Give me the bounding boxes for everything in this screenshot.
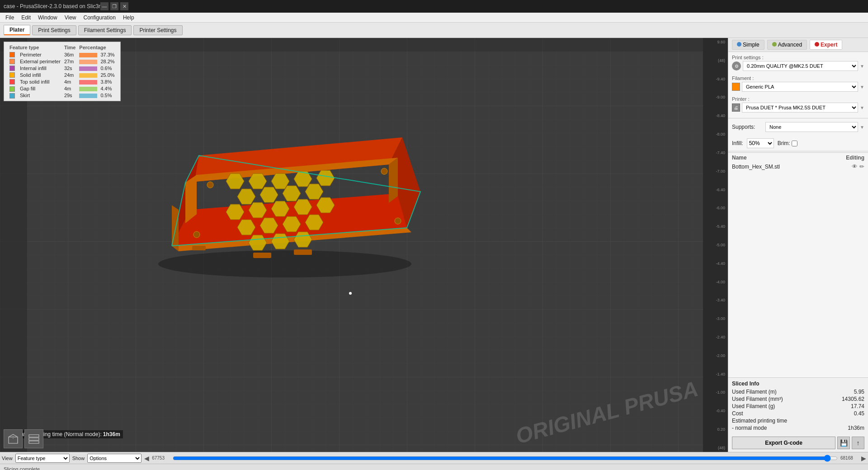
- feature-time: 24m: [62, 71, 77, 78]
- object-list-item: Bottom_Hex_SM.stl 👁 ✏: [732, 162, 864, 171]
- expert-mode-button[interactable]: Expert: [810, 40, 842, 50]
- mode-buttons: Simple Advanced Expert: [728, 38, 868, 52]
- feature-time: 4m: [62, 85, 77, 92]
- sliced-info-value: 17.74: [851, 403, 864, 409]
- svg-rect-36: [29, 435, 39, 437]
- show-dropdown[interactable]: Options: [87, 454, 142, 463]
- feature-row: Perimeter 36m 37.3%: [8, 51, 117, 58]
- supports-label: Supports:: [732, 124, 764, 130]
- filament-dropdown[interactable]: Generic PLA: [742, 82, 858, 92]
- ruler-mark: -6.40: [704, 188, 727, 192]
- print-settings-dropdown[interactable]: 0.20mm QUALITY @MK2.5 DUET: [743, 61, 858, 71]
- sd-card-button[interactable]: 💾: [837, 437, 850, 449]
- feature-pct: 0.5%: [77, 92, 116, 99]
- svg-rect-32: [294, 249, 312, 255]
- view-dropdown[interactable]: Feature type: [15, 454, 70, 463]
- sliced-info-label: - normal mode: [732, 425, 767, 431]
- ruler-mark: -9.00: [704, 95, 727, 99]
- feature-time: 29s: [62, 92, 77, 99]
- brim-checkbox[interactable]: [792, 141, 797, 146]
- infill-label: Infill:: [732, 140, 743, 146]
- object-edit-icon[interactable]: ✏: [859, 163, 864, 170]
- svg-point-27: [207, 182, 213, 188]
- sliced-info-label: Estimated printing time: [732, 418, 787, 424]
- sliced-info-value: 5.95: [854, 389, 864, 395]
- ruler-mark: -5.40: [704, 224, 727, 229]
- view-controls-bar: View Feature type Show Options ◀ 67753 6…: [0, 452, 868, 464]
- menu-edit[interactable]: Edit: [18, 14, 34, 22]
- right-panel: Simple Advanced Expert Print settings : …: [728, 38, 868, 452]
- spacer: [728, 173, 868, 263]
- sliced-info-row: Cost 0.45: [732, 410, 864, 417]
- restore-button[interactable]: ❐: [110, 2, 118, 10]
- object-rows: Bottom_Hex_SM.stl 👁 ✏: [732, 162, 864, 171]
- layer-view-button[interactable]: [24, 429, 43, 448]
- feature-row: Gap fill 4m 4.4%: [8, 85, 117, 92]
- feature-pct: 37.3%: [77, 51, 116, 58]
- tab-print-settings[interactable]: Print Settings: [32, 25, 76, 35]
- sliced-info-label: Used Filament (mm³): [732, 396, 783, 402]
- editing-column-header: Editing: [842, 155, 864, 161]
- svg-marker-12: [260, 187, 278, 202]
- printer-dropdown[interactable]: Prusa DUET * Prusa MK2.5S DUET: [742, 103, 858, 113]
- ruler-mark: -8.00: [704, 132, 727, 136]
- right-panel-content: Print settings : ⚙ 0.20mm QUALITY @MK2.5…: [728, 52, 868, 377]
- slider-right-arrow[interactable]: ▶: [861, 455, 866, 462]
- svg-marker-11: [237, 189, 255, 204]
- 3d-view-button[interactable]: [4, 429, 23, 448]
- sliced-info-row: Used Filament (g) 17.74: [732, 403, 864, 409]
- brim-label: Brim:: [778, 140, 790, 146]
- viewport-bottom-icons: [4, 429, 43, 448]
- tab-plater[interactable]: Plater: [4, 25, 30, 35]
- minimize-button[interactable]: —: [100, 2, 108, 10]
- ruler-mark: 0.20: [704, 427, 727, 432]
- feature-time: 27m: [62, 58, 77, 65]
- filament-arrow: ▼: [860, 85, 864, 89]
- slider-left-arrow[interactable]: ◀: [144, 455, 149, 462]
- upload-button[interactable]: ↑: [852, 437, 864, 449]
- pct-col-header: Percentage: [77, 44, 116, 51]
- slider-left-value: 67753: [152, 456, 170, 461]
- menu-window[interactable]: Window: [34, 14, 61, 22]
- tab-filament-settings[interactable]: Filament Settings: [78, 25, 132, 35]
- menu-configuration[interactable]: Configuration: [80, 14, 119, 22]
- tab-printer-settings[interactable]: Printer Settings: [133, 25, 182, 35]
- menu-view[interactable]: View: [61, 14, 80, 22]
- viewport[interactable]: ORIGINAL PRUSA Feature type Time Percent…: [0, 38, 728, 452]
- ruler-mark: -2.40: [704, 335, 727, 339]
- ruler-mark: -7.40: [704, 150, 727, 155]
- feature-pct: 0.6%: [77, 65, 116, 71]
- close-button[interactable]: ✕: [120, 2, 128, 10]
- feature-label: External perimeter: [18, 58, 62, 65]
- ruler-mark: -3.00: [704, 316, 727, 321]
- advanced-mode-button[interactable]: Advanced: [767, 40, 807, 50]
- feature-pct: 25.0%: [77, 71, 116, 78]
- feature-label: Top solid infill: [18, 78, 62, 85]
- ruler-mark: -3.40: [704, 298, 727, 302]
- infill-dropdown[interactable]: 50% 10% 20% 100%: [747, 138, 774, 148]
- sliced-info-value: 1h36m: [848, 425, 864, 431]
- ruler-mark: (48): [704, 446, 727, 450]
- ruler-mark: -5.00: [704, 243, 727, 247]
- feature-color-swatch: [9, 59, 15, 64]
- show-label: Show: [72, 456, 85, 461]
- feature-time: 32s: [62, 65, 77, 71]
- object-visibility-icon[interactable]: 👁: [852, 163, 858, 170]
- simple-mode-button[interactable]: Simple: [732, 40, 764, 50]
- brim-row: Brim:: [778, 140, 797, 146]
- supports-dropdown[interactable]: None Support on build plate only Everywh…: [765, 122, 858, 132]
- feature-color-swatch: [9, 66, 15, 71]
- slider-right-value: 68168: [840, 456, 859, 461]
- filament-color-swatch[interactable]: [732, 83, 740, 91]
- svg-rect-33: [192, 246, 206, 250]
- filament-row: Generic PLA ▼: [732, 82, 864, 92]
- layer-slider[interactable]: [173, 455, 838, 462]
- svg-point-29: [193, 231, 200, 238]
- menu-file[interactable]: File: [2, 14, 18, 22]
- export-gcode-button[interactable]: Export G-code: [732, 437, 835, 449]
- menubar: File Edit Window View Configuration Help: [0, 13, 868, 23]
- ruler-mark: 9.60: [704, 40, 727, 44]
- menu-help[interactable]: Help: [119, 14, 138, 22]
- filament-label: Filament :: [732, 75, 864, 81]
- print-settings-row: ⚙ 0.20mm QUALITY @MK2.5 DUET ▼: [732, 61, 864, 71]
